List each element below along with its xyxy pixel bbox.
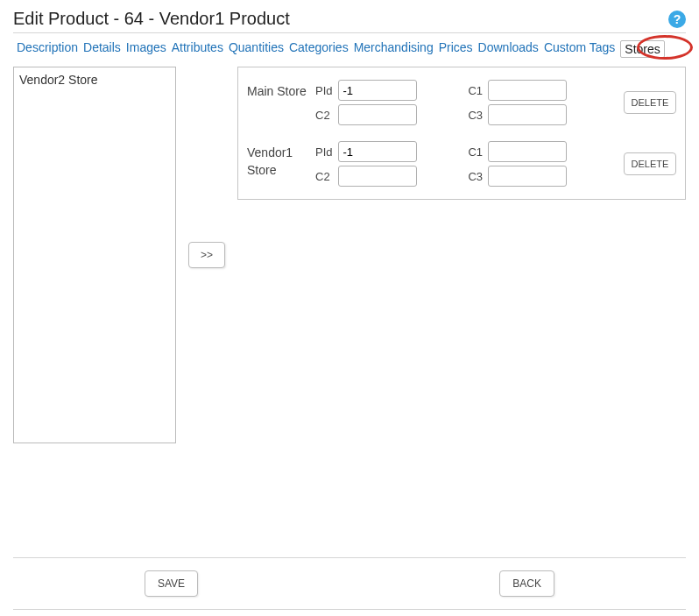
footer-divider-top xyxy=(13,557,686,558)
c1-label: C1 xyxy=(468,84,483,97)
page-title: Edit Product - 64 - Vendor1 Product xyxy=(13,9,290,29)
list-item[interactable]: Vendor2 Store xyxy=(19,71,170,89)
tab-quantities[interactable]: Quantities xyxy=(229,40,284,58)
c1-input[interactable] xyxy=(488,80,567,101)
tabs-bar: Description Details Images Attributes Qu… xyxy=(13,40,686,58)
c2-label: C2 xyxy=(315,109,333,122)
save-button[interactable]: SAVE xyxy=(145,570,198,597)
pid-input[interactable] xyxy=(338,141,417,162)
pid-label: PId xyxy=(315,145,333,159)
store-name: Vendor1 Store xyxy=(247,141,308,179)
tab-images[interactable]: Images xyxy=(126,40,166,58)
c2-label: C2 xyxy=(315,170,333,183)
store-row: Vendor1 Store PId C1 C2 C3 DELETE xyxy=(247,136,676,192)
add-store-button[interactable]: >> xyxy=(188,242,225,268)
tab-categories[interactable]: Categories xyxy=(289,40,349,58)
tab-custom-tags[interactable]: Custom Tags xyxy=(544,40,615,58)
back-button[interactable]: BACK xyxy=(499,570,554,597)
c3-input[interactable] xyxy=(488,166,567,187)
pid-input[interactable] xyxy=(338,80,417,101)
available-stores-list[interactable]: Vendor2 Store xyxy=(13,67,176,443)
c3-input[interactable] xyxy=(488,104,567,125)
header-divider xyxy=(13,32,686,33)
tab-merchandising[interactable]: Merchandising xyxy=(354,40,434,58)
pid-label: PId xyxy=(315,84,333,97)
store-name: Main Store xyxy=(247,80,308,101)
tab-details[interactable]: Details xyxy=(83,40,121,58)
tab-downloads[interactable]: Downloads xyxy=(478,40,539,58)
delete-button[interactable]: DELETE xyxy=(624,91,676,114)
tab-prices[interactable]: Prices xyxy=(439,40,473,58)
c2-input[interactable] xyxy=(338,166,417,187)
help-icon[interactable]: ? xyxy=(668,11,686,28)
tab-description[interactable]: Description xyxy=(17,40,78,58)
c1-label: C1 xyxy=(468,145,483,159)
c3-label: C3 xyxy=(468,109,483,122)
c2-input[interactable] xyxy=(338,104,417,125)
tab-stores[interactable]: Stores xyxy=(620,40,664,58)
c3-label: C3 xyxy=(468,170,483,183)
assigned-stores-panel: Main Store PId C1 C2 C3 DELETE Vendor1 S… xyxy=(237,67,686,200)
delete-button[interactable]: DELETE xyxy=(624,152,676,175)
c1-input[interactable] xyxy=(488,141,567,162)
footer-divider-bottom xyxy=(13,609,686,610)
store-row: Main Store PId C1 C2 C3 DELETE xyxy=(247,74,676,131)
tab-attributes[interactable]: Attributes xyxy=(172,40,223,58)
